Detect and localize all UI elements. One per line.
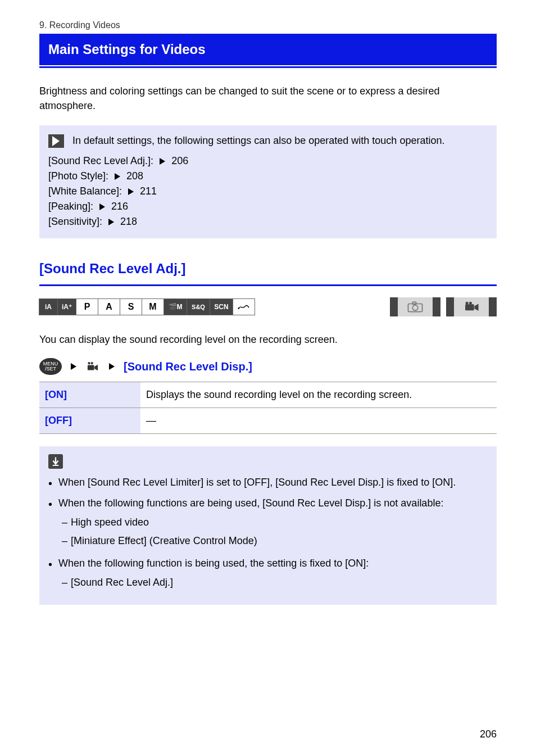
option-desc: — <box>140 408 497 434</box>
mode-sq-icon: S&Q <box>187 298 210 315</box>
note-subitem: [Sound Rec Level Adj.] <box>58 573 488 592</box>
arrow-right-icon <box>108 219 114 225</box>
tip-box: In default settings, the following setti… <box>39 125 497 238</box>
option-key: [OFF] <box>39 408 140 434</box>
table-row: [OFF] — <box>39 408 497 434</box>
option-key: [ON] <box>39 382 140 408</box>
note-tail-text: When the following function is being use… <box>58 558 369 569</box>
menu-set-icon: MENU/SET <box>39 358 62 375</box>
arrow-right-icon <box>160 158 165 165</box>
svg-rect-8 <box>88 365 94 370</box>
photo-mode-icon <box>390 297 440 316</box>
note-bullet: When the following function is being use… <box>48 553 488 595</box>
arrow-box-icon <box>48 134 64 148</box>
svg-point-10 <box>88 362 90 364</box>
arrow-right-icon <box>115 173 120 180</box>
menu-path: MENU/SET [Sound Rec Level Disp.] <box>39 358 497 375</box>
section-divider <box>39 284 497 286</box>
tip-item-label: [Photo Style]: <box>48 170 108 182</box>
page-number: 206 <box>480 728 497 740</box>
tip-item: [White Balance]: 211 <box>48 184 488 199</box>
mode-p-icon: P <box>76 298 98 315</box>
note-subitem: [Miniature Effect] (Creative Control Mod… <box>58 532 488 550</box>
breadcrumb: 9. Recording Videos <box>39 20 497 30</box>
arrow-right-icon <box>99 203 105 210</box>
note-subitem: High speed video <box>58 513 488 532</box>
mode-row: iA iA⁺ P A S M 🎬M S&Q SCN <box>39 297 497 316</box>
note-bullet-text: When the following functions are being u… <box>58 497 443 509</box>
menu-label: [Sound Rec Level Disp.] <box>124 360 252 373</box>
mode-scn-icon: SCN <box>210 298 233 315</box>
svg-marker-5 <box>475 304 479 311</box>
note-bullet: When the following functions are being u… <box>48 493 488 553</box>
mode-ia-plus-icon: iA⁺ <box>57 298 76 315</box>
tip-item-ref: 211 <box>140 185 157 197</box>
mode-s-icon: S <box>120 298 142 315</box>
title-divider <box>39 66 497 68</box>
tip-item-ref: 218 <box>120 216 137 227</box>
tip-item-label: [Sensitivity]: <box>48 216 102 227</box>
svg-point-11 <box>91 362 93 364</box>
section-heading: [Sound Rec Level Adj.] <box>39 261 497 277</box>
intro-text: Brightness and coloring settings can be … <box>39 84 497 113</box>
mode-cells: iA iA⁺ P A S M 🎬M S&Q SCN <box>39 298 255 315</box>
svg-point-2 <box>412 305 417 310</box>
mode-a-icon: A <box>98 298 120 315</box>
page-title: Main Settings for Videos <box>39 34 497 65</box>
video-mode-icon <box>446 297 497 316</box>
options-table: [ON] Displays the sound recording level … <box>39 382 497 434</box>
tip-lead: In default settings, the following setti… <box>72 135 444 146</box>
note-bullet: When [Sound Rec Level Limiter] is set to… <box>48 472 488 493</box>
tip-item-ref: 206 <box>171 155 188 166</box>
tip-item-label: [Peaking]: <box>48 201 93 212</box>
subsection-lead: You can display the sound recording leve… <box>39 332 497 347</box>
table-row: [ON] Displays the sound recording level … <box>39 382 497 408</box>
tip-item-ref: 216 <box>111 201 128 212</box>
mode-creative-icon <box>233 298 255 315</box>
tip-item-ref: 208 <box>126 170 143 182</box>
svg-point-0 <box>238 307 239 309</box>
arrow-right-icon <box>109 363 115 370</box>
mode-videom-icon: 🎬M <box>163 298 187 315</box>
note-icon <box>48 454 63 469</box>
tip-item-label: [Sound Rec Level Adj.]: <box>48 155 153 166</box>
svg-rect-12 <box>53 465 59 466</box>
tip-item: [Sound Rec Level Adj.]: 206 <box>48 153 488 169</box>
tip-item: [Peaking]: 216 <box>48 199 488 214</box>
tip-item: [Photo Style]: 208 <box>48 169 488 184</box>
svg-point-6 <box>466 302 469 305</box>
svg-marker-9 <box>94 365 98 370</box>
tip-item-label: [White Balance]: <box>48 185 122 197</box>
svg-point-7 <box>469 302 472 305</box>
mode-ia-icon: iA <box>39 298 58 315</box>
svg-rect-3 <box>412 302 416 304</box>
arrow-right-icon <box>128 188 134 195</box>
mode-m-icon: M <box>142 298 164 315</box>
video-menu-icon <box>85 360 100 373</box>
arrow-right-icon <box>71 363 76 370</box>
option-desc: Displays the sound recording level on th… <box>140 382 497 408</box>
note-box: When [Sound Rec Level Limiter] is set to… <box>39 446 497 605</box>
tip-item: [Sensitivity]: 218 <box>48 214 488 229</box>
svg-rect-4 <box>465 304 474 310</box>
